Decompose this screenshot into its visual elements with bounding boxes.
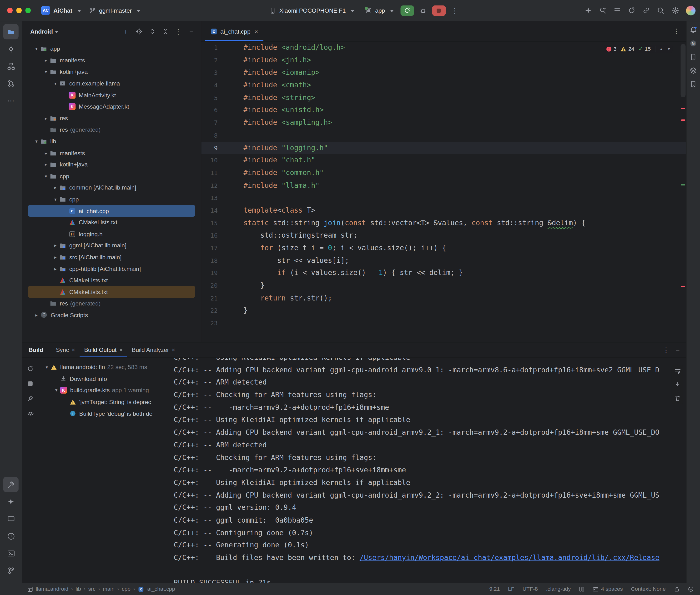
commit-tool-button[interactable] <box>3 41 19 57</box>
project-tree-item[interactable]: ▾app <box>28 43 195 55</box>
context-widget[interactable]: Context: None <box>631 586 666 592</box>
expand-chevron-icon[interactable]: ▸ <box>52 243 59 248</box>
minus-icon[interactable]: − <box>187 26 196 36</box>
sync-project-icon[interactable] <box>625 4 638 17</box>
build-tab-build-analyzer[interactable]: Build Analyzer× <box>127 342 179 358</box>
breadcrumb-item[interactable]: src <box>88 586 95 592</box>
close-window-button[interactable] <box>7 8 12 13</box>
code-style-icon[interactable] <box>579 586 585 592</box>
highlight-level-icon[interactable] <box>688 586 694 592</box>
code-line[interactable]: 4#include <cmath> <box>201 79 686 92</box>
code-line[interactable]: 5#include <string> <box>201 92 686 104</box>
code-text[interactable]: #include <string> <box>227 92 686 104</box>
expand-chevron-icon[interactable]: ▾ <box>52 81 59 86</box>
project-tree-item[interactable]: Hlogging.h <box>28 228 195 240</box>
code-line[interactable]: 14template<class T> <box>201 204 686 217</box>
line-number[interactable]: 23 <box>201 317 227 330</box>
zoom-window-button[interactable] <box>25 8 31 13</box>
expand-chevron-icon[interactable]: ▾ <box>52 197 59 202</box>
line-number[interactable]: 13 <box>201 192 227 204</box>
indent-widget[interactable]: 4 spaces <box>593 586 623 592</box>
line-separator-widget[interactable]: LF <box>508 586 514 592</box>
close-tab-icon[interactable]: × <box>255 28 258 34</box>
project-tree-item[interactable]: ▸kotlin+java <box>28 159 195 170</box>
line-number[interactable]: 9 <box>201 142 227 154</box>
code-line[interactable]: 21 return str.str(); <box>201 292 686 305</box>
project-tree-item[interactable]: res(generated) <box>28 298 195 309</box>
line-number[interactable]: 22 <box>201 305 227 317</box>
code-line[interactable]: 10#include "chat.h" <box>201 154 686 167</box>
more-run-actions-button[interactable]: ⋮ <box>448 4 461 17</box>
clang-tidy-widget[interactable]: .clang-tidy <box>546 586 571 592</box>
expand-chevron-icon[interactable]: ▸ <box>52 255 59 260</box>
bookmarks-tool-button[interactable] <box>688 78 699 90</box>
line-number[interactable]: 14 <box>201 204 227 217</box>
code-text[interactable]: str << values[i]; <box>227 255 686 267</box>
build-console[interactable]: C/C++: -- Using KleidiAI optimized kerne… <box>169 358 686 583</box>
next-issue-icon[interactable]: ▼ <box>667 47 671 51</box>
code-text[interactable]: #include "logging.h" <box>227 142 686 154</box>
code-text[interactable]: for (size_t i = 0; i < values.size(); i+… <box>227 242 686 255</box>
expand-chevron-icon[interactable]: ▾ <box>52 388 60 393</box>
device-explorer-tool-button[interactable] <box>688 51 699 63</box>
code-line[interactable]: 9#include "logging.h" <box>201 142 686 154</box>
build-tree-item[interactable]: 'jvmTarget: String' is deprec <box>38 396 167 408</box>
passed-count[interactable]: ✓15 <box>638 46 651 52</box>
console-file-link[interactable]: /Users/hanyin/Workspace/ai-chat/examples… <box>360 554 660 562</box>
expand-chevron-icon[interactable]: ▸ <box>42 162 50 167</box>
expand-chevron-icon[interactable]: ▾ <box>33 139 40 144</box>
project-tree-item[interactable]: res(generated) <box>28 124 195 136</box>
code-line[interactable]: 2#include <jni.h> <box>201 54 686 67</box>
breadcrumb-item[interactable]: lib <box>76 586 81 592</box>
breadcrumb-item[interactable]: ai_chat.cpp <box>147 586 175 592</box>
project-tree-item[interactable]: ▸res <box>28 112 195 124</box>
version-control-tool-button[interactable] <box>3 563 19 578</box>
expand-chevron-icon[interactable]: ▸ <box>42 58 50 63</box>
gradle-tool-button[interactable]: G <box>688 38 699 49</box>
more-tool-button[interactable]: ⋯ <box>3 93 19 108</box>
task-list-icon[interactable] <box>611 4 623 17</box>
line-number[interactable]: 15 <box>201 217 227 229</box>
code-text[interactable]: return str.str(); <box>227 292 686 305</box>
line-number[interactable]: 16 <box>201 229 227 242</box>
line-number[interactable]: 10 <box>201 154 227 167</box>
unlock-icon[interactable] <box>674 586 680 592</box>
code-text[interactable]: static std::string join(const std::vecto… <box>227 217 686 229</box>
expand-chevron-icon[interactable]: ▸ <box>42 116 50 121</box>
code-text[interactable]: #include <iomanip> <box>227 67 686 79</box>
editor-scrollbar[interactable] <box>680 42 686 342</box>
build-tab-sync[interactable]: Sync× <box>52 342 80 358</box>
breadcrumb-item[interactable]: llama.android <box>36 586 68 592</box>
vcs-branch-selector[interactable]: ggml-master <box>85 5 144 16</box>
project-view-selector[interactable]: Android <box>30 28 58 34</box>
project-tree-item[interactable]: ▾com.example.llama <box>28 78 195 89</box>
project-tree-item[interactable]: ▾kotlin+java <box>28 66 195 78</box>
line-number[interactable]: 19 <box>201 267 227 280</box>
build-tree-item[interactable]: BuildType 'debug' is both de <box>38 408 167 420</box>
code-text[interactable]: } <box>227 305 686 317</box>
stop-button[interactable] <box>432 5 446 16</box>
build-tree-item[interactable]: ▾llama.android: fin22 sec, 583 ms <box>38 362 167 373</box>
run-button[interactable] <box>400 5 414 16</box>
build-options-icon[interactable]: ⋮ <box>663 346 670 354</box>
project-tree-item[interactable]: ▸manifests <box>28 147 195 159</box>
expand-chevron-icon[interactable]: ▸ <box>52 266 59 271</box>
build-window-title[interactable]: Build <box>29 346 43 353</box>
code-line[interactable]: 13 <box>201 192 686 204</box>
project-tree-item[interactable]: KMessageAdapter.kt <box>28 101 195 113</box>
line-number[interactable]: 8 <box>201 129 227 142</box>
soft-wrap-icon[interactable] <box>672 366 682 376</box>
build-tool-button[interactable] <box>3 477 19 492</box>
close-tab-icon[interactable]: × <box>172 346 175 353</box>
build-tab-build-output[interactable]: Build Output× <box>80 342 127 358</box>
inspections-widget[interactable]: 3 24 ✓15 ▲ ▼ <box>604 45 672 53</box>
locate-icon[interactable] <box>134 26 144 36</box>
collapse-all-icon[interactable] <box>160 26 170 36</box>
code-text[interactable]: std::ostringstream str; <box>227 229 686 242</box>
error-stripe-mark[interactable] <box>681 108 685 109</box>
clear-icon[interactable] <box>672 393 682 403</box>
notifications-tool-button[interactable] <box>688 24 699 36</box>
kebab-icon[interactable]: ⋮ <box>173 26 184 36</box>
line-number[interactable]: 3 <box>201 67 227 79</box>
rerun-icon[interactable] <box>25 363 36 374</box>
